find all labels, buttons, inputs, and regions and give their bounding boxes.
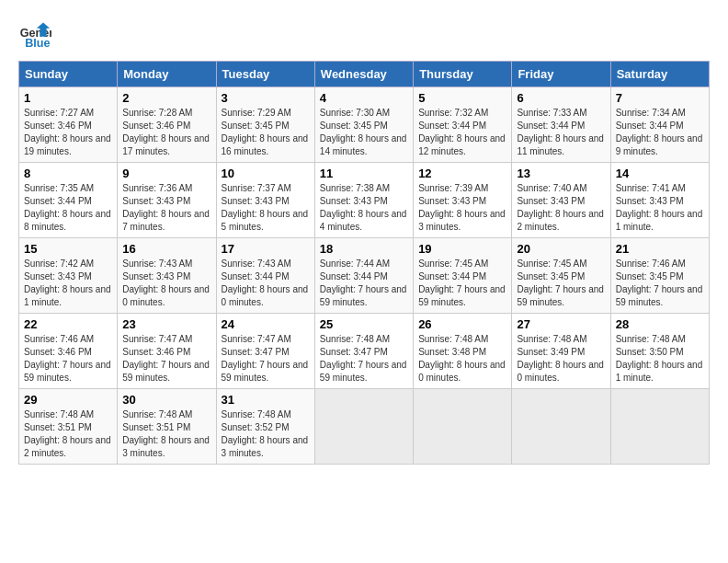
day-cell-3: 3Sunrise: 7:29 AM Sunset: 3:45 PM Daylig… <box>216 87 314 163</box>
day-number: 10 <box>222 167 310 180</box>
day-number: 9 <box>122 167 210 180</box>
day-cell-4: 4Sunrise: 7:30 AM Sunset: 3:45 PM Daylig… <box>314 87 413 163</box>
day-cell-11: 11Sunrise: 7:38 AM Sunset: 3:43 PM Dayli… <box>314 163 413 238</box>
day-info: Sunrise: 7:46 AM Sunset: 3:46 PM Dayligh… <box>24 333 112 385</box>
day-number: 6 <box>517 91 605 105</box>
day-number: 28 <box>616 317 704 331</box>
day-cell-15: 15Sunrise: 7:42 AM Sunset: 3:43 PM Dayli… <box>19 238 118 314</box>
calendar-week-2: 8Sunrise: 7:35 AM Sunset: 3:44 PM Daylig… <box>19 163 710 238</box>
calendar-week-5: 29Sunrise: 7:48 AM Sunset: 3:51 PM Dayli… <box>19 389 710 465</box>
day-cell-21: 21Sunrise: 7:46 AM Sunset: 3:45 PM Dayli… <box>610 238 709 314</box>
day-number: 30 <box>122 393 210 407</box>
day-number: 20 <box>517 242 605 256</box>
day-info: Sunrise: 7:47 AM Sunset: 3:46 PM Dayligh… <box>122 333 210 385</box>
day-info: Sunrise: 7:42 AM Sunset: 3:43 PM Dayligh… <box>24 258 112 309</box>
day-cell-19: 19Sunrise: 7:45 AM Sunset: 3:44 PM Dayli… <box>414 238 512 314</box>
calendar-table: SundayMondayTuesdayWednesdayThursdayFrid… <box>18 61 710 465</box>
day-info: Sunrise: 7:32 AM Sunset: 3:44 PM Dayligh… <box>418 107 506 158</box>
day-number: 29 <box>24 393 112 407</box>
empty-cell <box>414 389 512 465</box>
day-cell-29: 29Sunrise: 7:48 AM Sunset: 3:51 PM Dayli… <box>19 389 118 465</box>
day-cell-20: 20Sunrise: 7:45 AM Sunset: 3:45 PM Dayli… <box>512 238 610 314</box>
day-cell-8: 8Sunrise: 7:35 AM Sunset: 3:44 PM Daylig… <box>19 163 118 238</box>
day-cell-31: 31Sunrise: 7:48 AM Sunset: 3:52 PM Dayli… <box>216 389 314 465</box>
day-number: 27 <box>517 317 605 331</box>
day-cell-6: 6Sunrise: 7:33 AM Sunset: 3:44 PM Daylig… <box>512 87 610 163</box>
day-number: 14 <box>616 167 704 180</box>
weekday-header-tuesday: Tuesday <box>216 62 314 87</box>
day-number: 7 <box>616 91 704 105</box>
day-cell-9: 9Sunrise: 7:36 AM Sunset: 3:43 PM Daylig… <box>118 163 216 238</box>
day-info: Sunrise: 7:48 AM Sunset: 3:48 PM Dayligh… <box>418 333 506 385</box>
empty-cell <box>610 389 709 465</box>
day-info: Sunrise: 7:48 AM Sunset: 3:50 PM Dayligh… <box>616 333 704 385</box>
day-number: 15 <box>24 242 112 256</box>
day-cell-7: 7Sunrise: 7:34 AM Sunset: 3:44 PM Daylig… <box>610 87 709 163</box>
day-number: 22 <box>24 317 112 331</box>
day-info: Sunrise: 7:48 AM Sunset: 3:49 PM Dayligh… <box>517 333 605 385</box>
day-info: Sunrise: 7:34 AM Sunset: 3:44 PM Dayligh… <box>616 107 704 158</box>
logo-icon: General Blue <box>18 18 51 52</box>
day-cell-12: 12Sunrise: 7:39 AM Sunset: 3:43 PM Dayli… <box>414 163 512 238</box>
day-cell-16: 16Sunrise: 7:43 AM Sunset: 3:43 PM Dayli… <box>118 238 216 314</box>
day-number: 12 <box>418 167 506 180</box>
day-cell-5: 5Sunrise: 7:32 AM Sunset: 3:44 PM Daylig… <box>414 87 512 163</box>
empty-cell <box>314 389 413 465</box>
day-number: 2 <box>122 91 210 105</box>
day-info: Sunrise: 7:47 AM Sunset: 3:47 PM Dayligh… <box>222 333 310 385</box>
day-info: Sunrise: 7:45 AM Sunset: 3:45 PM Dayligh… <box>517 258 605 309</box>
day-number: 18 <box>320 242 408 256</box>
calendar-week-4: 22Sunrise: 7:46 AM Sunset: 3:46 PM Dayli… <box>19 314 710 389</box>
day-number: 24 <box>222 317 310 331</box>
day-cell-18: 18Sunrise: 7:44 AM Sunset: 3:44 PM Dayli… <box>314 238 413 314</box>
day-number: 1 <box>24 91 112 105</box>
day-info: Sunrise: 7:48 AM Sunset: 3:51 PM Dayligh… <box>24 408 112 460</box>
day-cell-22: 22Sunrise: 7:46 AM Sunset: 3:46 PM Dayli… <box>19 314 118 389</box>
day-number: 26 <box>418 317 506 331</box>
day-cell-25: 25Sunrise: 7:48 AM Sunset: 3:47 PM Dayli… <box>314 314 413 389</box>
day-cell-30: 30Sunrise: 7:48 AM Sunset: 3:51 PM Dayli… <box>118 389 216 465</box>
calendar-week-1: 1Sunrise: 7:27 AM Sunset: 3:46 PM Daylig… <box>19 87 710 163</box>
day-info: Sunrise: 7:30 AM Sunset: 3:45 PM Dayligh… <box>320 107 408 158</box>
day-number: 13 <box>517 167 605 180</box>
day-info: Sunrise: 7:44 AM Sunset: 3:44 PM Dayligh… <box>320 258 408 309</box>
day-info: Sunrise: 7:36 AM Sunset: 3:43 PM Dayligh… <box>122 182 210 234</box>
day-cell-13: 13Sunrise: 7:40 AM Sunset: 3:43 PM Dayli… <box>512 163 610 238</box>
day-cell-27: 27Sunrise: 7:48 AM Sunset: 3:49 PM Dayli… <box>512 314 610 389</box>
weekday-header-saturday: Saturday <box>610 62 709 87</box>
day-info: Sunrise: 7:29 AM Sunset: 3:45 PM Dayligh… <box>222 107 310 158</box>
day-info: Sunrise: 7:38 AM Sunset: 3:43 PM Dayligh… <box>320 182 408 234</box>
day-cell-26: 26Sunrise: 7:48 AM Sunset: 3:48 PM Dayli… <box>414 314 512 389</box>
day-info: Sunrise: 7:33 AM Sunset: 3:44 PM Dayligh… <box>517 107 605 158</box>
day-info: Sunrise: 7:48 AM Sunset: 3:52 PM Dayligh… <box>222 408 310 460</box>
day-number: 5 <box>418 91 506 105</box>
day-number: 23 <box>122 317 210 331</box>
day-info: Sunrise: 7:45 AM Sunset: 3:44 PM Dayligh… <box>418 258 506 309</box>
logo: General Blue <box>18 18 51 52</box>
calendar-week-3: 15Sunrise: 7:42 AM Sunset: 3:43 PM Dayli… <box>19 238 710 314</box>
day-cell-24: 24Sunrise: 7:47 AM Sunset: 3:47 PM Dayli… <box>216 314 314 389</box>
day-number: 16 <box>122 242 210 256</box>
weekday-header-sunday: Sunday <box>19 62 118 87</box>
day-cell-2: 2Sunrise: 7:28 AM Sunset: 3:46 PM Daylig… <box>118 87 216 163</box>
weekday-header-wednesday: Wednesday <box>314 62 413 87</box>
day-number: 21 <box>616 242 704 256</box>
day-number: 31 <box>222 393 310 407</box>
day-info: Sunrise: 7:43 AM Sunset: 3:44 PM Dayligh… <box>222 258 310 309</box>
day-info: Sunrise: 7:37 AM Sunset: 3:43 PM Dayligh… <box>222 182 310 234</box>
weekday-header-thursday: Thursday <box>414 62 512 87</box>
day-cell-17: 17Sunrise: 7:43 AM Sunset: 3:44 PM Dayli… <box>216 238 314 314</box>
page-header: General Blue <box>18 18 710 52</box>
day-info: Sunrise: 7:41 AM Sunset: 3:43 PM Dayligh… <box>616 182 704 234</box>
weekday-header-friday: Friday <box>512 62 610 87</box>
day-info: Sunrise: 7:39 AM Sunset: 3:43 PM Dayligh… <box>418 182 506 234</box>
day-info: Sunrise: 7:43 AM Sunset: 3:43 PM Dayligh… <box>122 258 210 309</box>
day-number: 8 <box>24 167 112 180</box>
day-info: Sunrise: 7:46 AM Sunset: 3:45 PM Dayligh… <box>616 258 704 309</box>
day-info: Sunrise: 7:28 AM Sunset: 3:46 PM Dayligh… <box>122 107 210 158</box>
day-number: 25 <box>320 317 408 331</box>
day-cell-23: 23Sunrise: 7:47 AM Sunset: 3:46 PM Dayli… <box>118 314 216 389</box>
day-info: Sunrise: 7:27 AM Sunset: 3:46 PM Dayligh… <box>24 107 112 158</box>
day-cell-1: 1Sunrise: 7:27 AM Sunset: 3:46 PM Daylig… <box>19 87 118 163</box>
day-cell-28: 28Sunrise: 7:48 AM Sunset: 3:50 PM Dayli… <box>610 314 709 389</box>
